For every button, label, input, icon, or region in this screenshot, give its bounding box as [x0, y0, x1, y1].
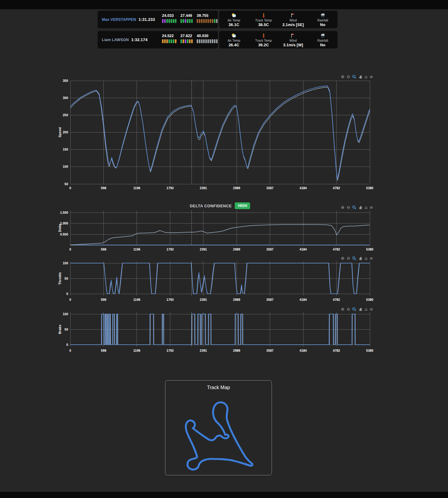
weather-label: Rainfall [317, 18, 328, 22]
svg-text:350: 350 [63, 79, 68, 82]
zoom-in-icon[interactable]: ⊕ [341, 256, 345, 260]
home-icon[interactable]: ⌂ [365, 256, 367, 260]
minisector-bar [199, 39, 200, 43]
minisector-bar [187, 39, 188, 43]
minisector-bar [216, 19, 218, 23]
minisector-bar [212, 39, 213, 43]
svg-text:150: 150 [63, 147, 68, 151]
weather-grid: Air Temp26.1CTrack Temp38.5CWind2.1m/s [… [219, 11, 338, 28]
svg-text:1196: 1196 [133, 186, 141, 190]
svg-text:1793: 1793 [167, 349, 174, 352]
zoom-in-icon[interactable]: ⊕ [341, 307, 345, 311]
zoom-in-icon[interactable]: ⊕ [341, 75, 345, 79]
minisector-bar [175, 39, 176, 43]
minisector-row [162, 39, 177, 43]
svg-text:4184: 4184 [299, 298, 307, 301]
svg-text:3587: 3587 [266, 298, 274, 301]
home-icon[interactable]: ⌂ [365, 75, 367, 79]
throttle-plot-area[interactable]: 0598119617932391298935874184478253800501… [0, 260, 448, 304]
rain-cloud-icon [320, 33, 326, 38]
minisector-bar [203, 39, 205, 43]
zoom-out-icon[interactable]: ⊖ [347, 256, 350, 260]
weather-label: Air Temp [228, 18, 240, 22]
minisector-bar [168, 19, 170, 23]
weather-label: Wind [289, 18, 297, 22]
weather-track-temp: Track Temp39.2C [249, 31, 279, 48]
pan-icon[interactable] [358, 75, 362, 79]
throttle-chart[interactable]: 0598119617932391298935874184478253800501… [0, 260, 448, 304]
minisector-bar [171, 19, 172, 23]
sector-time: 24.033 [162, 13, 174, 18]
minisector-bar [164, 19, 166, 23]
svg-text:1793: 1793 [167, 298, 174, 301]
pan-icon[interactable] [358, 307, 362, 311]
svg-text:1.500: 1.500 [60, 211, 68, 214]
minisector-row [180, 19, 193, 23]
box-zoom-icon[interactable] [352, 256, 356, 260]
svg-text:300: 300 [63, 96, 68, 100]
minisector-bar [201, 39, 203, 43]
svg-text:2391: 2391 [200, 349, 207, 352]
minisector-bar [207, 39, 209, 43]
svg-text:50: 50 [64, 182, 68, 186]
svg-text:4782: 4782 [333, 349, 340, 352]
minisector-bar [180, 19, 182, 23]
menu-icon[interactable]: ≡ [369, 307, 373, 311]
minisector-bar [185, 39, 186, 43]
brake-chart[interactable]: 0598119617932391298935874184478253800501… [0, 311, 448, 354]
minisector-bar [187, 19, 188, 23]
minisector-bar [203, 19, 205, 23]
minisector-row [197, 39, 218, 43]
svg-text:4184: 4184 [299, 349, 307, 352]
svg-text:Throttle: Throttle [58, 272, 62, 285]
weather-wind: Wind3.1m/s [W] [278, 31, 308, 48]
speed-plot-area[interactable]: 0598119617932391298935874184478253805010… [0, 79, 448, 192]
minisector-bar [162, 19, 164, 23]
delta-confidence-row: DELTA CONFIDENCE HIGH [70, 202, 370, 209]
box-zoom-icon[interactable] [352, 307, 356, 311]
svg-text:4782: 4782 [333, 298, 340, 301]
svg-text:4782: 4782 [333, 186, 340, 190]
svg-text:2989: 2989 [233, 247, 241, 251]
menu-icon[interactable]: ≡ [369, 256, 373, 260]
minisector-bar [164, 39, 166, 43]
minisector-bar [191, 39, 193, 43]
svg-text:2391: 2391 [200, 186, 207, 190]
svg-text:3587: 3587 [266, 247, 274, 251]
sector-1: 24.033 [162, 13, 177, 23]
sector-times: 24.033 27.446 39.755 [162, 13, 218, 23]
weather-label: Rainfall [317, 39, 328, 42]
minisector-bar [171, 39, 172, 43]
svg-text:4782: 4782 [333, 247, 340, 251]
sector-time: 27.622 [180, 34, 192, 38]
zoom-out-icon[interactable]: ⊖ [347, 307, 350, 311]
minisector-bar [166, 39, 168, 43]
home-icon[interactable]: ⌂ [365, 307, 367, 311]
driver-card-verstappen: Max VERSTAPPEN 1:31.233 24.033 27.446 39… [98, 11, 218, 28]
weather-label: Track Temp [255, 39, 272, 42]
box-zoom-icon[interactable] [352, 75, 356, 79]
speed-chart-modebar: ⊕⊖⌂≡ [341, 74, 373, 79]
svg-text:200: 200 [63, 130, 68, 134]
speed-chart[interactable]: 0598119617932391298935874184478253805010… [0, 79, 448, 192]
minisector-bar [199, 19, 200, 23]
pan-icon[interactable] [358, 256, 362, 260]
minisector-bar [183, 39, 184, 43]
weather-rainfall: RainfallNo [308, 11, 338, 28]
sector-3: 40.030 [197, 34, 218, 43]
svg-text:50: 50 [64, 328, 68, 331]
menu-icon[interactable]: ≡ [369, 75, 373, 79]
weather-air-temp: Air Temp26.1C [219, 11, 249, 28]
minisector-bar [168, 39, 170, 43]
brake-plot-area[interactable]: 0598119617932391298935874184478253800501… [0, 311, 448, 354]
svg-text:1793: 1793 [167, 186, 174, 190]
delta-plot-area[interactable]: 0598119617932391298935874184478253800.50… [0, 209, 448, 253]
menu-icon[interactable]: ≡ [369, 205, 373, 209]
svg-text:598: 598 [101, 298, 106, 301]
svg-text:0: 0 [66, 292, 68, 296]
minisector-bar [216, 39, 218, 43]
weather-value: 26.4C [229, 43, 239, 47]
track-map-card: Track Map [165, 380, 272, 475]
zoom-out-icon[interactable]: ⊖ [347, 75, 350, 79]
delta-chart[interactable]: 0598119617932391298935874184478253800.50… [0, 209, 448, 253]
